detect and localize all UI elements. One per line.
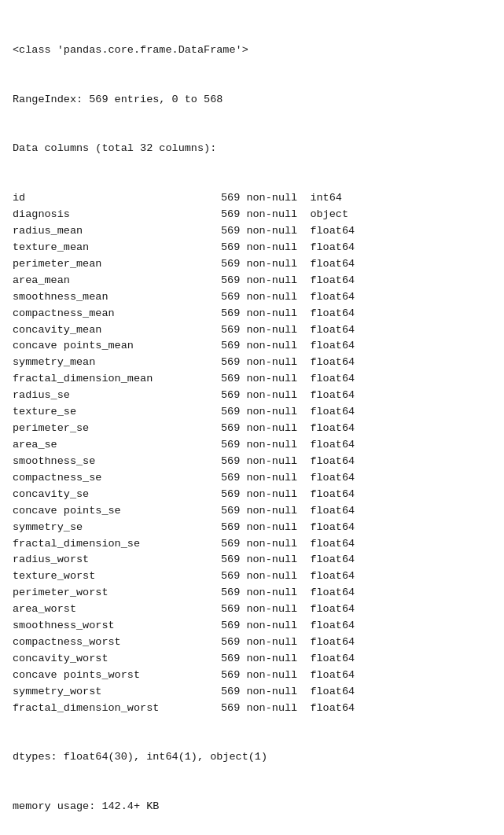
column-row: radius_se569 non-null float64	[13, 388, 491, 404]
column-row: smoothness_se569 non-null float64	[13, 454, 491, 470]
column-row: texture_mean569 non-null float64	[13, 240, 491, 256]
column-name: radius_mean	[13, 223, 221, 240]
column-info: 569 non-null float64	[221, 668, 355, 684]
column-info: 569 non-null object	[221, 207, 348, 223]
column-name: compactness_se	[13, 470, 221, 487]
column-row: smoothness_worst569 non-null float64	[13, 618, 491, 635]
column-row: diagnosis569 non-null object	[13, 207, 491, 223]
column-info: 569 non-null float64	[221, 355, 355, 371]
column-name: area_se	[13, 437, 221, 454]
column-name: concave points_worst	[13, 668, 221, 684]
column-name: area_worst	[13, 601, 221, 618]
column-name: area_mean	[13, 273, 221, 289]
column-info: 569 non-null float64	[221, 404, 355, 421]
column-name: symmetry_worst	[13, 684, 221, 701]
column-info: 569 non-null float64	[221, 437, 355, 454]
column-name: concave points_se	[13, 503, 221, 520]
range-index-line: RangeIndex: 569 entries, 0 to 568	[13, 92, 491, 109]
column-info: 569 non-null float64	[221, 701, 355, 717]
column-name: perimeter_mean	[13, 256, 221, 273]
column-row: concavity_worst569 non-null float64	[13, 651, 491, 668]
column-row: symmetry_mean569 non-null float64	[13, 355, 491, 371]
column-name: smoothness_mean	[13, 289, 221, 306]
columns-list: id569 non-null int64diagnosis569 non-nul…	[13, 190, 491, 717]
column-info: 569 non-null float64	[221, 487, 355, 503]
column-row: perimeter_worst569 non-null float64	[13, 585, 491, 601]
column-row: fractal_dimension_worst569 non-null floa…	[13, 701, 491, 717]
class-line: <class 'pandas.core.frame.DataFrame'>	[13, 42, 491, 59]
column-row: id569 non-null int64	[13, 190, 491, 207]
column-name: texture_se	[13, 404, 221, 421]
column-info: 569 non-null float64	[221, 273, 355, 289]
column-info: 569 non-null float64	[221, 256, 355, 273]
column-name: concavity_mean	[13, 322, 221, 339]
memory-line: memory usage: 142.4+ KB	[13, 799, 491, 815]
column-name: compactness_mean	[13, 306, 221, 322]
column-row: concave points_se569 non-null float64	[13, 503, 491, 520]
column-name: fractal_dimension_mean	[13, 371, 221, 388]
dataframe-info: <class 'pandas.core.frame.DataFrame'> Ra…	[13, 9, 491, 832]
column-info: 569 non-null int64	[221, 190, 342, 207]
column-row: fractal_dimension_mean569 non-null float…	[13, 371, 491, 388]
column-info: 569 non-null float64	[221, 618, 355, 635]
column-row: compactness_worst569 non-null float64	[13, 635, 491, 651]
column-row: texture_worst569 non-null float64	[13, 568, 491, 585]
column-name: fractal_dimension_se	[13, 536, 221, 553]
column-info: 569 non-null float64	[221, 306, 355, 322]
column-info: 569 non-null float64	[221, 240, 355, 256]
column-row: symmetry_worst569 non-null float64	[13, 684, 491, 701]
column-row: concavity_se569 non-null float64	[13, 487, 491, 503]
column-info: 569 non-null float64	[221, 568, 355, 585]
column-name: symmetry_mean	[13, 355, 221, 371]
column-info: 569 non-null float64	[221, 223, 355, 240]
column-row: compactness_se569 non-null float64	[13, 470, 491, 487]
column-row: concave points_worst569 non-null float64	[13, 668, 491, 684]
column-info: 569 non-null float64	[221, 552, 355, 568]
column-row: smoothness_mean569 non-null float64	[13, 289, 491, 306]
column-name: radius_worst	[13, 552, 221, 568]
column-info: 569 non-null float64	[221, 684, 355, 701]
column-row: perimeter_mean569 non-null float64	[13, 256, 491, 273]
column-name: concavity_se	[13, 487, 221, 503]
column-info: 569 non-null float64	[221, 470, 355, 487]
column-row: symmetry_se569 non-null float64	[13, 520, 491, 536]
column-info: 569 non-null float64	[221, 635, 355, 651]
column-row: perimeter_se569 non-null float64	[13, 421, 491, 437]
column-row: radius_mean569 non-null float64	[13, 223, 491, 240]
column-info: 569 non-null float64	[221, 289, 355, 306]
column-info: 569 non-null float64	[221, 388, 355, 404]
column-name: concave points_mean	[13, 338, 221, 355]
column-name: fractal_dimension_worst	[13, 701, 221, 717]
column-row: area_se569 non-null float64	[13, 437, 491, 454]
column-name: radius_se	[13, 388, 221, 404]
column-info: 569 non-null float64	[221, 601, 355, 618]
column-name: symmetry_se	[13, 520, 221, 536]
column-row: compactness_mean569 non-null float64	[13, 306, 491, 322]
column-info: 569 non-null float64	[221, 322, 355, 339]
column-info: 569 non-null float64	[221, 503, 355, 520]
column-info: 569 non-null float64	[221, 536, 355, 553]
data-columns-line: Data columns (total 32 columns):	[13, 141, 491, 157]
column-name: id	[13, 190, 221, 207]
column-row: area_mean569 non-null float64	[13, 273, 491, 289]
column-name: texture_mean	[13, 240, 221, 256]
column-info: 569 non-null float64	[221, 520, 355, 536]
column-row: area_worst569 non-null float64	[13, 601, 491, 618]
column-row: concavity_mean569 non-null float64	[13, 322, 491, 339]
column-info: 569 non-null float64	[221, 585, 355, 601]
column-name: perimeter_se	[13, 421, 221, 437]
column-row: radius_worst569 non-null float64	[13, 552, 491, 568]
column-name: texture_worst	[13, 568, 221, 585]
dtypes-line: dtypes: float64(30), int64(1), object(1)	[13, 749, 491, 766]
column-info: 569 non-null float64	[221, 421, 355, 437]
column-info: 569 non-null float64	[221, 371, 355, 388]
column-info: 569 non-null float64	[221, 338, 355, 355]
column-row: fractal_dimension_se569 non-null float64	[13, 536, 491, 553]
column-row: concave points_mean569 non-null float64	[13, 338, 491, 355]
column-name: smoothness_worst	[13, 618, 221, 635]
column-name: perimeter_worst	[13, 585, 221, 601]
column-info: 569 non-null float64	[221, 454, 355, 470]
column-name: diagnosis	[13, 207, 221, 223]
column-row: texture_se569 non-null float64	[13, 404, 491, 421]
column-info: 569 non-null float64	[221, 651, 355, 668]
